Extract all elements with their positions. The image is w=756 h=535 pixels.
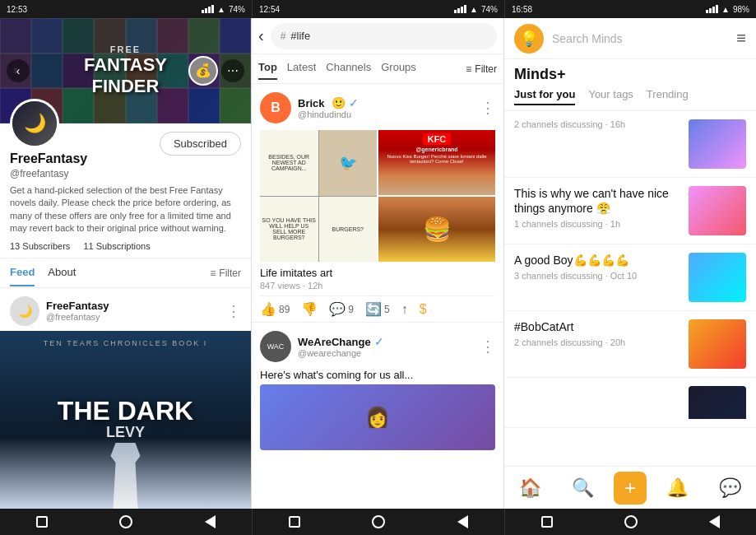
repost-icon: 🔄 [365, 301, 382, 317]
minds-search[interactable]: Search Minds [552, 32, 728, 45]
android-nav-3 [504, 509, 756, 535]
search-box[interactable]: # #life [271, 23, 497, 49]
back-button[interactable]: ‹ [258, 26, 264, 45]
feed-item-1: This is why we can't have nice things an… [504, 178, 756, 244]
minds-plus-title: Minds+ [514, 66, 746, 83]
battery-2: 74% [481, 5, 498, 14]
banner-more-button[interactable]: ⋯ [221, 59, 244, 82]
search-icon: # [281, 30, 286, 42]
plus-icon: + [624, 477, 636, 500]
status-bar-2: 12:54 ▲ 74% [252, 0, 504, 18]
post-avatar: 🌙 [10, 296, 39, 326]
share-button[interactable]: ↑ [401, 302, 408, 317]
post1-more-button[interactable]: ⋮ [480, 99, 495, 117]
tab-feed[interactable]: Feed [10, 266, 35, 280]
filter-icon: ≡ [466, 63, 471, 75]
feed-item-1-content: This is why we can't have nice things an… [514, 186, 680, 229]
minds-feed: 2 channels discussing · 16h This is why … [504, 111, 756, 466]
book-title-block: THE DARK LEVY [58, 398, 193, 441]
home-button-3[interactable] [624, 515, 638, 528]
back-button-1[interactable] [205, 515, 216, 528]
recent-apps-button-1[interactable] [36, 516, 48, 528]
profile-stats: 13 Subscribers 11 Subscriptions [10, 241, 241, 251]
kfc-text: Nuovo Kiss Burger! Perché stare lontani … [382, 154, 492, 164]
nav-search[interactable]: 🔍 [562, 472, 604, 504]
recent-apps-button-2[interactable] [289, 516, 300, 528]
profile-area: 🌙 Subscribed FreeFantasy @freefantasy Ge… [0, 123, 251, 258]
dollar-icon: $ [420, 302, 427, 317]
banner-avatar: 💰 [188, 56, 218, 86]
post1-caption: Life imitates art [260, 267, 495, 279]
stack-icon: ≡ [736, 29, 746, 48]
subtab-channels[interactable]: Channels [326, 61, 371, 77]
kfc-handle: @genericbrand [415, 147, 457, 152]
profile-handle: @freefantasy [10, 168, 241, 179]
banner-line2: FANTASY [84, 54, 167, 76]
search-nav-icon: 🔍 [572, 477, 594, 499]
status-bar-1: 12:53 ▲ 74% [0, 0, 252, 18]
signal-icon-2 [454, 5, 466, 13]
tip-button[interactable]: $ [420, 302, 427, 317]
signal-icon-3 [706, 5, 718, 13]
nav-add-button[interactable]: + [614, 472, 647, 505]
subtab-top[interactable]: Top [258, 61, 277, 77]
content-area: $ ‹ FREE FANTASY FIND [0, 18, 756, 509]
nav-home[interactable]: 🏠 [509, 472, 551, 504]
nav-notifications[interactable]: 🔔 [656, 472, 698, 504]
smile-badge-icon: 🙂 [332, 96, 346, 109]
recent-apps-button-3[interactable] [541, 516, 553, 528]
panel-minds: 💡 Search Minds ≡ Minds+ Just for you You… [504, 18, 756, 509]
feed-item-2: A good Boy💪💪💪💪 3 channels discussing · O… [504, 244, 756, 311]
filter-button[interactable]: ≡ Filter [210, 268, 241, 279]
wifi-icon-1: ▲ [217, 5, 225, 14]
tab-about[interactable]: About [48, 266, 76, 280]
profile-avatar: 🌙 [10, 99, 59, 148]
kfc-embed: KFC @genericbrand Nuovo Kiss Burger! Per… [378, 130, 495, 195]
repost-count: 5 [384, 304, 390, 315]
feed-item-0: 2 channels discussing · 16h [504, 111, 756, 178]
post2-avatar: WAC [260, 331, 291, 362]
feed-item-3: #BobCatArt 2 channels discussing · 20h [504, 311, 756, 378]
post1-header: B Brick 🙂 ✓ @hindudindu ⋮ [260, 92, 495, 123]
status-bars: 12:53 ▲ 74% 12:54 ▲ 74% 16:58 [0, 0, 756, 18]
subtab-groups[interactable]: Groups [381, 61, 416, 77]
back-button-3[interactable] [709, 515, 720, 528]
repost-button[interactable]: 🔄 5 [365, 301, 390, 317]
filter-icon: ≡ [210, 268, 216, 279]
post-image: TEN TEARS CHRONICLES BOOK I THE DARK LEV… [0, 331, 251, 509]
post-more-button[interactable]: ⋮ [226, 302, 241, 320]
bell-icon: 🔔 [666, 477, 689, 499]
thumbs-down-icon: 👎 [301, 301, 318, 317]
post2-more-button[interactable]: ⋮ [480, 337, 495, 356]
like-button[interactable]: 👍 89 [260, 301, 290, 317]
feed-item-2-thumb [689, 253, 746, 302]
comment-icon: 💬 [329, 301, 346, 317]
post-author-info: FreeFantasy @freefantasy [46, 300, 109, 322]
search-post-1: B Brick 🙂 ✓ @hindudindu ⋮ [252, 84, 503, 322]
post1-views: 847 views [260, 281, 300, 291]
home-button-2[interactable] [372, 515, 385, 528]
tab-just-for-you[interactable]: Just for you [514, 88, 575, 105]
nav-chat[interactable]: 💬 [709, 472, 751, 504]
minds-plus-section: Minds+ Just for you Your tags Trending [504, 59, 756, 111]
back-button-2[interactable] [457, 515, 468, 528]
feed-item-1-thumb [689, 186, 746, 235]
subscriptions-count: 11 Subscriptions [83, 241, 150, 251]
tab-your-tags[interactable]: Your tags [588, 88, 633, 105]
burger-photo: 🍔 [378, 197, 495, 262]
like-count: 89 [279, 304, 290, 315]
dislike-button[interactable]: 👎 [301, 301, 318, 317]
home-button-1[interactable] [119, 515, 132, 528]
time-1: 12:53 [7, 5, 27, 14]
subtab-latest[interactable]: Latest [287, 61, 316, 77]
time-2: 12:54 [259, 5, 280, 14]
panel-freefantasy: $ ‹ FREE FANTASY FIND [0, 18, 252, 509]
comment-button[interactable]: 💬 9 [329, 301, 354, 317]
post1-media-grid: BESIDES, OUR NEWEST AD CAMPAIGN... 🐦 SO … [260, 130, 495, 262]
banner-back-button[interactable]: ‹ [7, 59, 30, 82]
search-filter-button[interactable]: ≡ Filter [466, 63, 497, 75]
tab-trending[interactable]: Trending [647, 88, 689, 105]
status-icons-2: ▲ 74% [454, 5, 498, 14]
post1-avatar: B [260, 92, 291, 123]
subscribe-button[interactable]: Subscribed [160, 132, 241, 156]
